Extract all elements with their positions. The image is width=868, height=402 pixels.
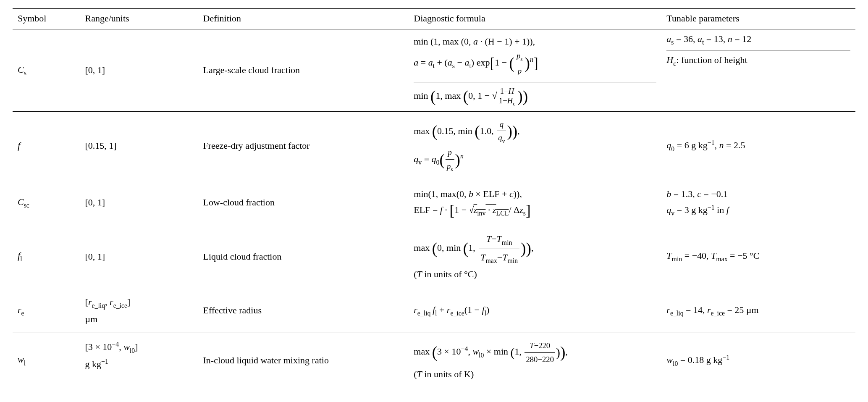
cell-symbol-Csc: Csc xyxy=(13,180,80,225)
cell-tunable-Csc: b = 1.3, c = −0.1 qv = 3 g kg−1 in f xyxy=(661,180,855,225)
cell-tunable-fl: Tmin = −40, Tmax = −5 °C xyxy=(661,225,855,288)
cell-symbol-re: re xyxy=(13,288,80,333)
cell-symbol-f: f xyxy=(13,111,80,180)
cell-def-Csc: Low-cloud fraction xyxy=(198,180,409,225)
cell-formula-Csc: min(1, max(0, b × ELF + c)), ELF = f · [… xyxy=(409,180,661,225)
cell-def-Cs: Large-scale cloud fraction xyxy=(198,29,409,112)
header-definition: Definition xyxy=(198,9,409,29)
row-Cs: Cs [0, 1] Large-scale cloud fraction min… xyxy=(13,29,855,112)
cell-def-fl: Liquid cloud fraction xyxy=(198,225,409,288)
cell-formula-fl: max (0, min (1, T−TminTmax−Tmin)), (T in… xyxy=(409,225,661,288)
cell-range-f: [0.15, 1] xyxy=(80,111,198,180)
cell-tunable-wl: wl0 = 0.18 g kg−1 xyxy=(661,333,855,388)
cell-symbol-fl: fl xyxy=(13,225,80,288)
cell-formula-wl: max (3 × 10−4, wl0 × min (1, T−220280−22… xyxy=(409,333,661,388)
row-wl: wl [3 × 10−4, wl0] g kg−1 In-cloud liqui… xyxy=(13,333,855,388)
row-f: f [0.15, 1] Freeze-dry adjustment factor… xyxy=(13,111,855,180)
Cs-formula-1: min (1, max (0, a · (H − 1) + 1)), a = a… xyxy=(414,29,656,82)
row-fl: fl [0, 1] Liquid cloud fraction max (0, … xyxy=(13,225,855,288)
cell-tunable-re: re_liq = 14, re_ice = 25 µm xyxy=(661,288,855,333)
cell-range-re: [re_liq, re_ice] µm xyxy=(80,288,198,333)
header-formula: Diagnostic formula xyxy=(409,9,661,29)
cell-tunable-Cs: as = 36, at = 13, n = 12 Hc: function of… xyxy=(661,29,855,112)
cell-def-wl: In-cloud liquid water mixing ratio xyxy=(198,333,409,388)
header-range: Range/units xyxy=(80,9,198,29)
header-tunable: Tunable parameters xyxy=(661,9,855,29)
cloud-diagnostics-table: Symbol Range/units Definition Diagnostic… xyxy=(13,8,855,388)
Cs-tunable-2: Hc: function of height xyxy=(666,50,850,71)
cell-symbol-wl: wl xyxy=(13,333,80,388)
row-Csc: Csc [0, 1] Low-cloud fraction min(1, max… xyxy=(13,180,855,225)
cell-symbol-Cs: Cs xyxy=(13,29,80,112)
cell-range-Csc: [0, 1] xyxy=(80,180,198,225)
cell-def-re: Effective radius xyxy=(198,288,409,333)
cell-def-f: Freeze-dry adjustment factor xyxy=(198,111,409,180)
cell-formula-Cs: min (1, max (0, a · (H − 1) + 1)), a = a… xyxy=(409,29,661,112)
Cs-tunable-1: as = 36, at = 13, n = 12 xyxy=(666,29,850,50)
cell-tunable-f: q0 = 6 g kg−1, n = 2.5 xyxy=(661,111,855,180)
Cs-formula-2: min (1, max (0, 1 − 1−H1−Hc)) xyxy=(414,82,656,111)
cell-range-fl: [0, 1] xyxy=(80,225,198,288)
row-re: re [re_liq, re_ice] µm Effective radius … xyxy=(13,288,855,333)
cell-formula-f: max (0.15, min (1.0, qqv)), qv = q0(pps)… xyxy=(409,111,661,180)
cell-range-wl: [3 × 10−4, wl0] g kg−1 xyxy=(80,333,198,388)
header-symbol: Symbol xyxy=(13,9,80,29)
table-header-row: Symbol Range/units Definition Diagnostic… xyxy=(13,9,855,29)
cell-formula-re: re_liq fl + re_ice(1 − fl) xyxy=(409,288,661,333)
cell-range-Cs: [0, 1] xyxy=(80,29,198,112)
